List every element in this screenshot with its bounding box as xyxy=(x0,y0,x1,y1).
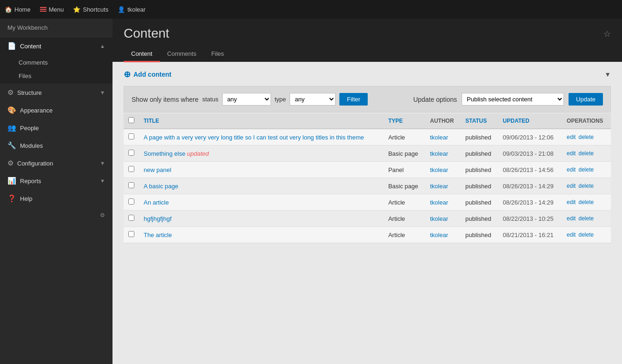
home-nav-item[interactable]: 🏠 Home xyxy=(5,6,31,13)
edit-operation-link[interactable]: edit xyxy=(567,134,576,140)
author-link[interactable]: tkolear xyxy=(430,232,448,238)
delete-operation-link[interactable]: delete xyxy=(578,232,594,238)
author-link[interactable]: tkolear xyxy=(430,166,448,173)
edit-operation-link[interactable]: edit xyxy=(567,166,576,173)
updated-column-header[interactable]: UPDATED xyxy=(498,113,562,129)
select-all-checkbox[interactable] xyxy=(128,117,134,123)
content-title-link[interactable]: Something else xyxy=(144,150,185,157)
row-checkbox[interactable] xyxy=(128,182,134,188)
settings-icon[interactable]: ⚙ xyxy=(100,212,105,218)
filter-row: Show only items where status any publish… xyxy=(132,93,603,106)
sidebar-item-files[interactable]: Files xyxy=(0,69,112,83)
type-cell: Basic page xyxy=(384,146,425,162)
status-cell: published xyxy=(461,129,498,146)
row-checkbox[interactable] xyxy=(128,199,134,205)
tab-files[interactable]: Files xyxy=(204,46,231,62)
operations-cell: editdelete xyxy=(562,227,611,243)
updated-cell: 09/03/2013 - 21:08 xyxy=(498,146,562,162)
operations-cell: editdelete xyxy=(562,129,611,146)
content-title-link[interactable]: hgfjhgfjhgf xyxy=(144,215,172,222)
content-table: TITLE TYPE AUTHOR STATUS UPDATED OPERATI… xyxy=(124,113,611,243)
user-nav-item[interactable]: 👤 tkolear xyxy=(118,6,146,13)
updated-cell: 09/06/2013 - 12:06 xyxy=(498,129,562,146)
delete-operation-link[interactable]: delete xyxy=(578,166,594,173)
user-icon: 👤 xyxy=(118,6,125,13)
shortcuts-label: Shortcuts xyxy=(83,6,108,13)
delete-operation-link[interactable]: delete xyxy=(578,183,594,189)
main-header: Content ☆ xyxy=(112,19,622,46)
home-label: Home xyxy=(14,6,31,13)
status-select[interactable]: any published unpublished xyxy=(222,93,271,106)
reports-icon: 📊 xyxy=(7,177,16,185)
update-button[interactable]: Update xyxy=(569,93,603,106)
type-select[interactable]: any Article Basic page Panel xyxy=(290,93,336,106)
delete-operation-link[interactable]: delete xyxy=(578,134,594,140)
author-link[interactable]: tkolear xyxy=(430,183,448,190)
sidebar-item-configuration[interactable]: ⚙ Configuration ▼ xyxy=(0,154,112,172)
structure-icon: ⚙ xyxy=(7,88,13,97)
edit-operation-link[interactable]: edit xyxy=(567,150,576,157)
author-link[interactable]: tkolear xyxy=(430,134,448,141)
sidebar-item-content[interactable]: 📄 Content ▲ xyxy=(0,37,112,55)
status-column-header[interactable]: STATUS xyxy=(461,113,498,129)
title-cell: hgfjhgfjhgf xyxy=(139,211,384,227)
sidebar-item-structure[interactable]: ⚙ Structure ▼ xyxy=(0,84,112,101)
operations-cell: editdelete xyxy=(562,194,611,211)
edit-operation-link[interactable]: edit xyxy=(567,199,576,205)
shortcuts-nav-item[interactable]: ⭐ Shortcuts xyxy=(73,6,108,13)
delete-operation-link[interactable]: delete xyxy=(578,215,594,222)
sidebar-item-appearance[interactable]: 🎨 Appearance xyxy=(0,101,112,119)
sidebar-item-help[interactable]: ❓ Help xyxy=(0,190,112,207)
app-layout: My Workbench 📄 Content ▲ Comments Files … xyxy=(0,19,622,364)
update-options-select[interactable]: Publish selected content Unpublish selec… xyxy=(462,93,564,106)
sidebar-content-label: Content xyxy=(20,43,41,50)
sidebar-item-modules[interactable]: 🔧 Modules xyxy=(0,137,112,154)
sidebar-item-workbench[interactable]: My Workbench xyxy=(0,19,112,37)
row-checkbox[interactable] xyxy=(128,215,134,221)
delete-operation-link[interactable]: delete xyxy=(578,150,594,157)
row-checkbox[interactable] xyxy=(128,133,134,139)
title-column-header[interactable]: TITLE xyxy=(139,113,384,129)
chevron-down-icon-config: ▼ xyxy=(100,160,105,166)
main-content: Content ☆ Content Comments Files ⊕ Add c… xyxy=(112,19,622,364)
tab-comments[interactable]: Comments xyxy=(160,46,204,62)
tab-content[interactable]: Content xyxy=(124,46,160,62)
author-cell: tkolear xyxy=(425,194,461,211)
edit-operation-link[interactable]: edit xyxy=(567,183,576,189)
bookmark-icon[interactable]: ☆ xyxy=(603,26,611,39)
content-title-link[interactable]: An article xyxy=(144,199,169,206)
operations-cell: editdelete xyxy=(562,146,611,162)
author-link[interactable]: tkolear xyxy=(430,150,448,157)
edit-operation-link[interactable]: edit xyxy=(567,232,576,238)
row-checkbox[interactable] xyxy=(128,231,134,237)
author-link[interactable]: tkolear xyxy=(430,199,448,206)
filter-button[interactable]: Filter xyxy=(339,93,368,106)
delete-operation-link[interactable]: delete xyxy=(578,199,594,205)
status-cell: published xyxy=(461,178,498,194)
content-title-link[interactable]: A basic page xyxy=(144,183,178,190)
type-column-header[interactable]: TYPE xyxy=(384,113,425,129)
row-checkbox[interactable] xyxy=(128,150,134,156)
menu-nav-item[interactable]: Menu xyxy=(40,6,64,13)
title-cell: Something else updated xyxy=(139,146,384,162)
updated-cell: 08/26/2013 - 14:29 xyxy=(498,194,562,211)
add-circle-icon: ⊕ xyxy=(124,69,131,79)
add-content-button[interactable]: ⊕ Add content xyxy=(124,69,172,79)
row-checkbox[interactable] xyxy=(128,166,134,172)
sidebar-item-comments[interactable]: Comments xyxy=(0,56,112,69)
add-content-dropdown-arrow[interactable]: ▼ xyxy=(604,71,611,78)
operations-column-header: OPERATIONS xyxy=(562,113,611,129)
sidebar-item-reports[interactable]: 📊 Reports ▼ xyxy=(0,172,112,190)
content-title-link[interactable]: new panel xyxy=(144,166,171,173)
content-title-link[interactable]: A page with a very very very long title … xyxy=(144,134,364,141)
table-row: Something else updatedBasic pagetkolearp… xyxy=(124,146,611,162)
sidebar-item-people[interactable]: 👥 People xyxy=(0,119,112,137)
content-title-link[interactable]: The article xyxy=(144,232,172,238)
title-cell: An article xyxy=(139,194,384,211)
workbench-label: My Workbench xyxy=(7,24,47,31)
row-checkbox-cell xyxy=(124,162,139,178)
row-checkbox-cell xyxy=(124,211,139,227)
author-link[interactable]: tkolear xyxy=(430,215,448,222)
table-row: An articleArticletkolearpublished08/26/2… xyxy=(124,194,611,211)
edit-operation-link[interactable]: edit xyxy=(567,215,576,222)
